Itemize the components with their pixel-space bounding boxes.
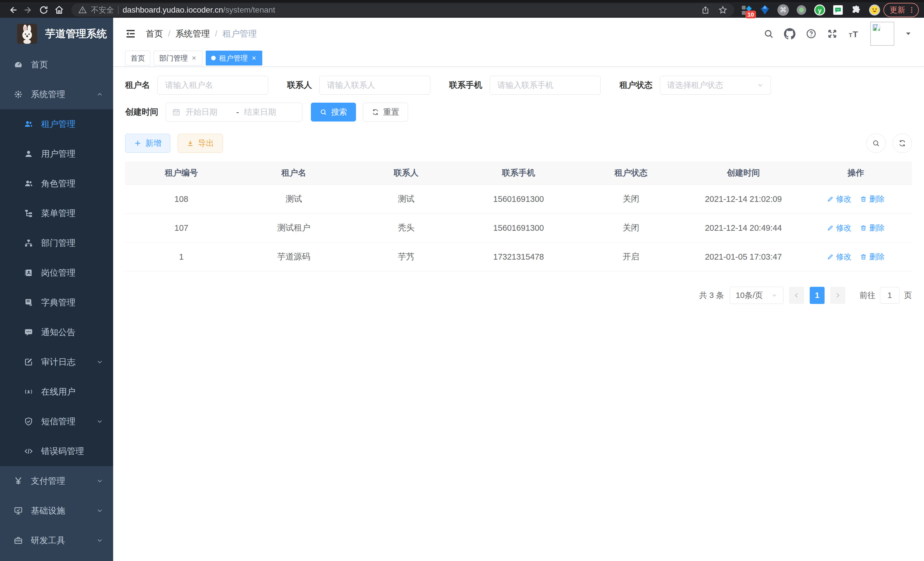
reload-icon[interactable] <box>36 3 51 17</box>
status-select[interactable]: 请选择租户状态 <box>660 76 771 95</box>
date-range-picker[interactable]: - <box>166 103 302 122</box>
fullscreen-icon[interactable] <box>827 28 838 39</box>
cell-mobile: 15601691300 <box>462 214 574 242</box>
sidebar-item-label: 岗位管理 <box>41 267 75 279</box>
sidebar-item-audit-log[interactable]: 审计日志 <box>0 347 113 377</box>
toggle-search-button[interactable] <box>866 134 886 153</box>
tenant-name-input[interactable] <box>158 76 268 95</box>
cell-created: 2021-12-14 21:02:09 <box>687 185 800 214</box>
sidebar-item-user[interactable]: 用户管理 <box>0 139 113 169</box>
help-icon[interactable] <box>806 28 817 39</box>
balloon-extension-icon[interactable] <box>759 4 771 16</box>
tabs-extension-icon[interactable]: 10 <box>741 4 753 16</box>
reset-button[interactable]: 重置 <box>363 103 408 122</box>
security-label: 不安全 <box>91 5 114 15</box>
github-icon[interactable] <box>784 28 795 39</box>
kebab-menu-icon[interactable] <box>908 6 915 14</box>
sidebar-collapse-icon[interactable] <box>125 28 136 39</box>
command-extension-icon[interactable]: ⌘ <box>777 4 789 16</box>
sidebar-item-infra[interactable]: 基础设施 <box>0 496 113 526</box>
tenant-table: 租户编号 租户名 联系人 联系手机 租户状态 创建时间 操作 108 测试 测试 <box>125 162 912 271</box>
sidebar-item-system[interactable]: 系统管理 <box>0 80 113 109</box>
refresh-table-button[interactable] <box>892 134 912 153</box>
chrome-update-button[interactable]: 更新 <box>884 3 919 17</box>
avatar-caret-icon[interactable] <box>904 30 912 38</box>
sidebar-item-home[interactable]: 首页 <box>0 50 113 80</box>
sidebar-item-post[interactable]: 岗位管理 <box>0 258 113 288</box>
sidebar-item-menu[interactable]: 菜单管理 <box>0 199 113 228</box>
end-date-input[interactable] <box>243 107 290 117</box>
home-icon[interactable] <box>51 3 67 17</box>
cell-tenant-name: 测试 <box>237 185 350 214</box>
cell-actions: 修改删除 <box>800 214 912 242</box>
cell-contact: 秃头 <box>350 214 462 242</box>
sidebar-item-label: 系统管理 <box>31 89 65 100</box>
sidebar-item-error-code[interactable]: 错误码管理 <box>0 436 113 466</box>
tag-dept[interactable]: 部门管理 <box>154 51 202 65</box>
tenant-name-label: 租户名 <box>125 80 150 91</box>
user-avatar-broken-image[interactable] <box>870 22 894 46</box>
sidebar-item-label: 支付管理 <box>31 475 65 487</box>
extensions-puzzle-icon[interactable] <box>850 4 862 16</box>
update-label: 更新 <box>890 5 905 15</box>
tag-home[interactable]: 首页 <box>125 51 150 65</box>
address-bar[interactable]: 不安全 dashboard.yudao.iocoder.cn/system/te… <box>71 3 734 17</box>
app-logo-row[interactable]: 芋道管理系统 <box>0 18 113 50</box>
search-button[interactable]: 搜索 <box>311 103 356 122</box>
tag-tenant-active[interactable]: 租户管理 <box>206 51 262 65</box>
contact-input[interactable] <box>320 76 430 95</box>
security-warning-icon[interactable] <box>78 6 87 14</box>
cell-actions: 修改删除 <box>800 242 912 271</box>
sidebar-item-devtools[interactable]: 研发工具 <box>0 526 113 555</box>
tag-label: 租户管理 <box>219 53 248 63</box>
menu-tree-icon <box>23 209 34 218</box>
edit-link[interactable]: 修改 <box>827 252 851 262</box>
close-icon[interactable] <box>251 55 257 61</box>
breadcrumb-home[interactable]: 首页 <box>146 28 163 40</box>
sidebar-item-dept[interactable]: 部门管理 <box>0 228 113 258</box>
sidebar-item-tenant[interactable]: 租户管理 <box>0 109 113 139</box>
sidebar-item-dict[interactable]: 字典管理 <box>0 288 113 317</box>
table-row: 108 测试 测试 15601691300 关闭 2021-12-14 21:0… <box>125 185 912 214</box>
page-1-button[interactable]: 1 <box>810 287 825 304</box>
forward-icon[interactable] <box>21 3 36 17</box>
goto-page-input[interactable] <box>880 287 899 304</box>
chevron-down-icon <box>757 82 764 89</box>
mobile-input[interactable] <box>490 76 601 95</box>
sidebar-item-role[interactable]: 角色管理 <box>0 169 113 199</box>
sidebar-item-sms[interactable]: 短信管理 <box>0 407 113 436</box>
sidebar-item-notice[interactable]: 通知公告 <box>0 317 113 347</box>
delete-link[interactable]: 删除 <box>860 223 885 233</box>
start-date-input[interactable] <box>185 107 232 117</box>
bookmark-star-icon[interactable] <box>718 5 728 15</box>
page-size-select[interactable]: 10条/页 <box>730 287 783 304</box>
chat-extension-icon[interactable] <box>832 4 844 16</box>
font-size-icon[interactable]: TT <box>848 28 860 39</box>
profile-avatar-icon[interactable] <box>868 4 880 16</box>
edit-link[interactable]: 修改 <box>827 223 851 233</box>
header-search-icon[interactable] <box>764 29 774 39</box>
back-icon[interactable] <box>5 3 21 17</box>
export-button[interactable]: 导出 <box>178 134 223 153</box>
sidebar-item-online-users[interactable]: 在线用户 <box>0 377 113 407</box>
status-dot-extension-icon[interactable] <box>795 4 807 16</box>
share-icon[interactable] <box>701 6 710 14</box>
next-page-button[interactable] <box>830 287 845 304</box>
sidebar-item-pay[interactable]: 支付管理 <box>0 466 113 496</box>
dictionary-icon <box>23 298 34 307</box>
add-button[interactable]: 新增 <box>125 134 170 153</box>
yudao-extension-icon[interactable]: y <box>814 4 826 16</box>
extension-icons: 10 ⌘ y <box>741 4 880 16</box>
prev-page-button[interactable] <box>789 287 804 304</box>
breadcrumb-system[interactable]: 系统管理 <box>176 28 210 40</box>
edit-link[interactable]: 修改 <box>827 194 851 204</box>
delete-link[interactable]: 删除 <box>860 252 885 262</box>
close-icon[interactable] <box>191 55 197 61</box>
pagination: 共 3 条 10条/页 1 前往 页 <box>125 287 912 304</box>
app-title: 芋道管理系统 <box>45 27 107 41</box>
add-button-label: 新增 <box>146 138 161 149</box>
reset-button-label: 重置 <box>383 107 399 117</box>
cell-tenant-name: 测试租户 <box>237 214 350 242</box>
delete-link[interactable]: 删除 <box>860 194 885 204</box>
cell-created: 2021-12-14 20:49:44 <box>687 214 800 242</box>
